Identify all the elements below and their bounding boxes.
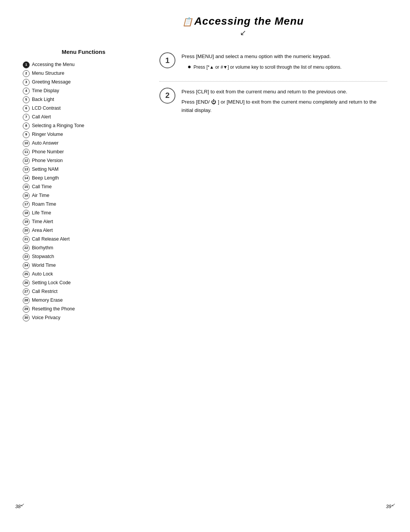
list-item: 5Back Light [23,96,144,103]
menu-item-label: Auto Answer [32,140,58,147]
menu-item-number: 20 [23,227,30,234]
page-number-left: 38↙ [15,502,24,509]
menu-item-number: 21 [23,236,30,243]
list-item: 12Phone Version [23,157,144,164]
menu-item-number: 26 [23,280,30,286]
step-1: 1 Press [MENU] and select a menu option … [159,52,387,71]
menu-item-number: 22 [23,245,30,252]
menu-item-label: Beep Length [32,175,59,182]
menu-icon: 📋 [182,17,193,27]
menu-item-number: 18 [23,210,30,217]
menu-item-number: 30 [23,315,30,321]
menu-item-number: 15 [23,184,30,190]
menu-item-number: 27 [23,288,30,295]
menu-item-label: Phone Number [32,148,64,156]
step-2-content: Press [CLR] to exit from the current men… [181,88,387,117]
step-1-text: Press [MENU] and select a menu option wi… [181,52,387,61]
menu-item-label: Ringer Volume [32,131,63,138]
step-2-text1: Press [CLR] to exit from the current men… [181,88,387,96]
menu-item-label: Area Alert [32,227,53,234]
list-item: 2Menu Structure [23,70,144,77]
bullet-icon: ● [188,64,191,70]
step-1-bullet: ● Press [*▲ or #▼] or volume key to scro… [188,64,387,71]
list-item: 27Call Restrict [23,288,144,295]
list-item: 28Memory Erase [23,297,144,304]
list-item: 11Phone Number [23,148,144,156]
list-item: 13Setting NAM [23,166,144,173]
step-2-text2: Press [END/ ⏻ ] or [MENU] to exit from t… [181,98,387,114]
menu-item-label: Phone Version [32,157,63,164]
menu-item-number: 29 [23,306,30,313]
list-item: 8Selecting a Ringing Tone [23,122,144,129]
menu-item-number: 23 [23,253,30,260]
menu-list: 1Accessing the Menu2Menu Structure3Greet… [23,61,144,321]
menu-item-number: 19 [23,219,30,225]
menu-item-number: 17 [23,201,30,208]
list-item: 16Air Time [23,192,144,199]
menu-item-number: 6 [23,105,30,112]
list-item: 7Call Alert [23,113,144,121]
menu-item-label: Roam Time [32,201,56,208]
menu-item-number: 12 [23,157,30,164]
menu-item-label: Memory Erase [32,297,63,304]
menu-item-label: Stopwatch [32,253,54,260]
menu-item-number: 10 [23,140,30,147]
menu-item-number: 5 [23,96,30,103]
list-item: 23Stopwatch [23,253,144,260]
left-column: Menu Functions 1Accessing the Menu2Menu … [23,49,144,323]
right-column: 1 Press [MENU] and select a menu option … [159,49,387,127]
list-item: 24World Time [23,262,144,269]
list-item: 6LCD Contrast [23,105,144,112]
list-item: 14Beep Length [23,175,144,182]
menu-item-number: 4 [23,88,30,94]
step-2-circle: 2 [159,88,175,104]
menu-item-label: Time Alert [32,218,53,225]
menu-item-number: 25 [23,271,30,278]
menu-item-label: Biorhythm [32,244,53,252]
step-1-circle: 1 [159,52,175,68]
menu-item-label: Voice Privacy [32,314,60,321]
menu-item-label: Life Time [32,209,51,217]
menu-item-label: Back Light [32,96,54,103]
menu-item-number: 9 [23,131,30,138]
list-item: 1Accessing the Menu [23,61,144,68]
list-item: 20Area Alert [23,227,144,234]
step-1-bullet-text: Press [*▲ or #▼] or volume key to scroll… [194,64,342,71]
list-item: 29Resetting the Phone [23,305,144,313]
list-item: 21Call Release Alert [23,236,144,243]
list-item: 9Ringer Volume [23,131,144,138]
menu-item-label: Call Restrict [32,288,57,295]
menu-item-label: Air Time [32,192,49,199]
list-item: 10Auto Answer [23,140,144,147]
menu-item-label: Resetting the Phone [32,305,75,313]
step-divider [159,81,387,82]
menu-item-label: Selecting a Ringing Tone [32,122,84,129]
menu-item-label: Setting NAM [32,166,58,173]
header-arrow: ↙ [240,28,246,37]
menu-item-number: 14 [23,175,30,182]
step-1-content: Press [MENU] and select a menu option wi… [181,52,387,71]
menu-item-label: Setting Lock Code [32,279,71,286]
menu-item-number: 16 [23,192,30,199]
list-item: 19Time Alert [23,218,144,225]
step-2: 2 Press [CLR] to exit from the current m… [159,88,387,117]
menu-item-label: Call Time [32,183,52,190]
menu-item-number: 24 [23,262,30,269]
list-item: 3Greeting Message [23,79,144,86]
menu-item-number: 2 [23,70,30,77]
list-item: 26Setting Lock Code [23,279,144,286]
menu-item-number: 28 [23,297,30,304]
menu-item-label: Menu Structure [32,70,64,77]
menu-item-label: Greeting Message [32,79,71,86]
menu-item-label: World Time [32,262,56,269]
menu-item-number: 8 [23,123,30,129]
list-item: 15Call Time [23,183,144,190]
menu-item-number: 3 [23,79,30,86]
menu-item-label: Call Release Alert [32,236,69,243]
menu-item-label: Time Display [32,87,59,94]
page-title: 📋Accessing the Menu [182,15,304,27]
menu-item-label: Auto Lock [32,271,53,278]
menu-item-label: LCD Contrast [32,105,61,112]
menu-item-number: 13 [23,166,30,173]
list-item: 25Auto Lock [23,271,144,278]
